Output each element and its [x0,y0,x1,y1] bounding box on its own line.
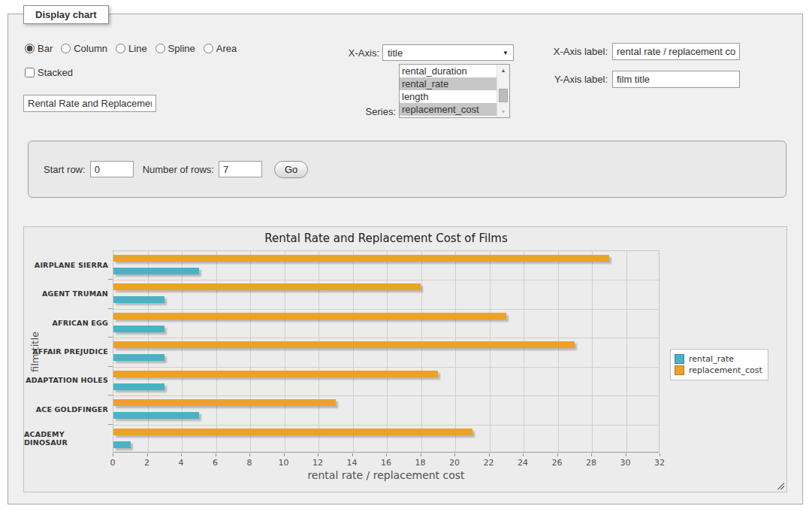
bar-replacement_cost [113,255,609,262]
vertical-gridline [285,251,285,452]
y-category-label: ACADEMY DINOSAUR [24,424,108,453]
stacked-checkbox[interactable] [25,68,35,77]
chart-type-option-spline: Spline [155,43,195,54]
x-tick-label: 2 [136,458,158,468]
series-option-rental_rate[interactable]: rental_rate [400,77,497,90]
legend-swatch [675,365,684,375]
x-axis-tick [284,453,285,456]
horizontal-gridline [113,309,659,310]
y-axis-tick [108,337,113,338]
vertical-gridline [387,251,388,452]
bar-replacement_cost [113,341,575,348]
x-tick-label: 4 [170,458,192,468]
chart-type-option-line: Line [116,43,147,54]
vertical-gridline [455,251,456,452]
x-tick-label: 28 [580,458,602,468]
x-axis-tick [147,453,148,456]
bar-replacement_cost [113,283,421,290]
vertical-gridline [524,251,524,452]
bar-rental_rate [113,441,131,448]
x-tick-label: 20 [443,458,466,468]
x-axis-tick [591,453,592,456]
scroll-up-icon[interactable]: ▲ [498,65,509,76]
chart-type-radio-column[interactable] [61,44,71,53]
bar-rental_rate [113,383,165,390]
chart-type-radio-spline[interactable] [155,44,165,53]
legend-item: replacement_cost [675,365,762,375]
x-tick-label: 22 [478,458,500,468]
legend-item: rental_rate [675,354,762,364]
x-axis-title: rental rate / replacement cost [113,469,660,481]
scroll-down-icon[interactable]: ▼ [498,106,509,117]
x-tick-label: 24 [512,458,534,468]
y-axis-tick [108,366,113,367]
y-category-label: AFFAIR PREJUDICE [24,337,108,365]
start-row-input[interactable] [90,161,134,177]
horizontal-gridline [113,367,659,368]
stacked-checkbox-row: Stacked [25,67,73,78]
x-tick-label: 0 [101,458,124,468]
horizontal-gridline [113,280,659,280]
plot-area [113,250,660,453]
y-category-label: ADAPTATION HOLES [24,366,108,395]
chart-type-option-area: Area [204,43,237,54]
chart-type-option-column: Column [61,43,107,54]
bar-replacement_cost [113,371,438,377]
series-option-replacement_cost[interactable]: replacement_cost [400,103,497,116]
y-category-label: AFRICAN EGG [24,308,108,337]
bar-replacement_cost [113,313,506,320]
x-axis-tick [660,453,660,456]
x-axis-label-input[interactable] [612,43,740,60]
series-option-length[interactable]: length [400,90,497,103]
bar-rental_rate [113,412,199,419]
num-rows-label: Number of rows: [143,164,214,175]
vertical-gridline [558,251,559,452]
legend-swatch [675,354,684,364]
vertical-gridline [421,251,422,452]
chart-type-radio-line[interactable] [116,44,125,53]
y-axis-tick [108,395,113,395]
num-rows-input[interactable] [219,161,262,177]
x-axis-tick [557,453,558,456]
vertical-gridline [216,251,217,452]
chart-type-option-bar: Bar [25,43,53,54]
y-axis-label-label: Y-Axis label: [546,74,608,85]
resize-handle-icon[interactable] [776,481,784,489]
chart-type-radio-area[interactable] [204,44,213,53]
chart-container: Rental Rate and Replacement Cost of Film… [23,226,787,492]
x-tick-label: 6 [204,458,227,468]
chart-title: Rental Rate and Replacement Cost of Film… [113,232,660,245]
series-option-rental_duration[interactable]: rental_duration [400,65,497,77]
vertical-gridline [353,251,354,452]
x-tick-label: 8 [238,458,261,468]
vertical-gridline [592,251,593,452]
bar-replacement_cost [113,429,472,435]
vertical-gridline [626,251,627,452]
y-category-label: AGENT TRUMAN [24,279,108,308]
legend-label: rental_rate [689,354,734,364]
go-button[interactable]: Go [274,161,308,178]
x-axis-select[interactable]: title ▼ [382,44,514,61]
x-axis-label-label: X-Axis label: [546,46,608,57]
scrollbar-thumb[interactable] [499,89,508,103]
fieldset-legend: Display chart [23,5,109,24]
stacked-label: Stacked [25,67,73,78]
vertical-gridline [182,251,183,452]
chart-type-radio-bar[interactable] [25,44,35,53]
x-tick-label: 16 [375,458,397,468]
series-listbox[interactable]: ▲ ▼ rental_durationrental_ratelengthrepl… [399,64,510,118]
row-range-panel: Start row: Number of rows: Go [28,141,786,198]
vertical-gridline [318,251,319,452]
x-axis-tick [216,453,216,456]
bar-rental_rate [113,268,199,274]
y-axis-tick [108,308,113,309]
x-tick-label: 14 [341,458,364,468]
chart-title-input[interactable] [23,95,156,112]
y-category-label: AIRPLANE SIERRA [24,250,108,279]
series-label: Series: [316,106,396,117]
bar-rental_rate [113,326,165,332]
bar-replacement_cost [113,399,336,406]
y-axis-label-input[interactable] [612,71,740,88]
horizontal-gridline [113,338,659,338]
listbox-scrollbar[interactable]: ▲ ▼ [497,65,509,117]
